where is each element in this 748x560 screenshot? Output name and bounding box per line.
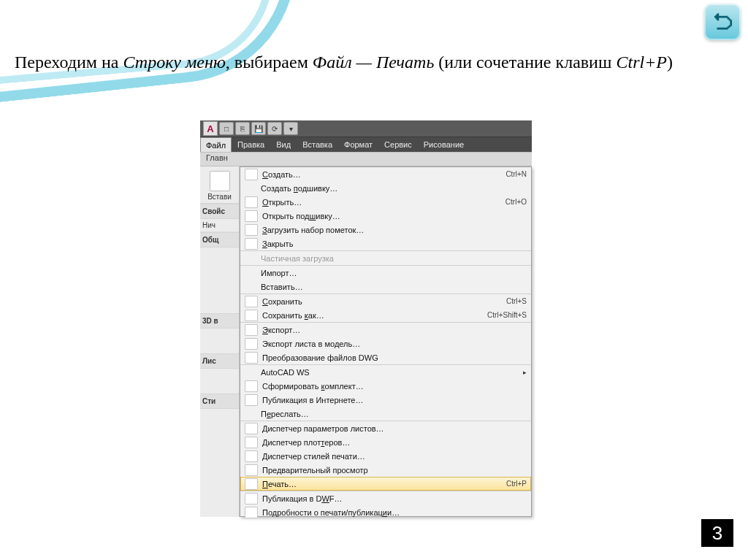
menu-item[interactable]: Экспорт… xyxy=(240,322,531,337)
menu-insert[interactable]: Вставка xyxy=(297,137,338,152)
menu-item-shortcut: Ctrl+N xyxy=(503,170,527,178)
menu-item-icon xyxy=(245,478,258,490)
qat-undo-icon[interactable]: ⟳ xyxy=(267,122,282,135)
menu-item: Частичная загрузка xyxy=(240,250,531,265)
menu-item[interactable]: СохранитьCtrl+S xyxy=(240,294,531,308)
menu-item[interactable]: Импорт… xyxy=(240,265,531,280)
left-group-3d: 3D в xyxy=(200,313,239,329)
menu-item-icon xyxy=(245,394,258,406)
app-logo[interactable]: A xyxy=(203,121,218,136)
menu-item-label: Печать… xyxy=(262,480,499,488)
menu-item-icon xyxy=(245,380,258,392)
menu-item-label: Публикация в DWF… xyxy=(262,494,527,503)
menu-item-label: Экспорт… xyxy=(262,326,527,334)
menu-item-icon xyxy=(245,409,256,419)
menu-bar: Файл Правка Вид Вставка Формат Сервис Ри… xyxy=(200,137,532,152)
menu-item[interactable]: Диспетчер плоттеров… xyxy=(240,435,531,449)
menu-item[interactable]: Сформировать комплект… xyxy=(240,379,531,393)
file-menu-dropdown: Создать…Ctrl+NСоздать подшивку…Открыть…C… xyxy=(240,166,532,517)
menu-item-icon xyxy=(245,493,258,505)
qat-open-icon[interactable]: ⎘ xyxy=(235,122,250,135)
menu-item[interactable]: Переслать… xyxy=(240,407,531,421)
back-icon: ⮌ xyxy=(712,10,733,34)
menu-item-icon xyxy=(245,268,256,278)
menu-item-icon xyxy=(245,238,258,250)
menu-draw[interactable]: Рисование xyxy=(418,137,470,152)
qat-save-icon[interactable]: 💾 xyxy=(251,122,266,135)
caption-text: ) xyxy=(667,53,673,72)
menu-item[interactable]: Печать…Ctrl+P xyxy=(240,477,531,491)
menu-item-icon xyxy=(245,282,256,292)
menu-item-label: Сохранить как… xyxy=(262,311,480,320)
menu-item[interactable]: Подробности о печати/публикации… xyxy=(240,505,531,519)
menu-item-label: Загрузить набор пометок… xyxy=(262,226,527,234)
menu-item-shortcut: Ctrl+O xyxy=(503,198,527,206)
menu-item-label: Сохранить xyxy=(262,297,499,306)
left-insert-block[interactable]: Встави xyxy=(200,168,239,204)
qat-dropdown-icon[interactable]: ▾ xyxy=(283,122,298,135)
menu-item-label: Подробности о печати/публикации… xyxy=(262,508,527,517)
menu-item-label: Диспетчер параметров листов… xyxy=(262,424,527,433)
menu-item-icon xyxy=(245,352,258,364)
menu-item[interactable]: Вставить… xyxy=(240,280,531,294)
menu-item-label: Импорт… xyxy=(261,269,527,277)
menu-item[interactable]: Диспетчер стилей печати… xyxy=(240,449,531,463)
menu-format[interactable]: Формат xyxy=(338,137,378,152)
menu-item[interactable]: Сохранить как…Ctrl+Shift+S xyxy=(240,308,531,322)
menu-item-icon xyxy=(245,183,256,193)
menu-item[interactable]: Создать…Ctrl+N xyxy=(240,167,531,181)
caption-emph: Файл — Печать xyxy=(313,53,434,72)
menu-item-label: Сформировать комплект… xyxy=(262,382,527,391)
menu-item[interactable]: Экспорт листа в модель… xyxy=(240,337,531,350)
menu-item-label: Экспорт листа в модель… xyxy=(262,340,527,348)
menu-file[interactable]: Файл xyxy=(200,137,232,152)
menu-item[interactable]: Открыть подшивку… xyxy=(240,209,531,223)
menu-item-icon xyxy=(245,196,258,208)
menu-item[interactable]: Открыть…Ctrl+O xyxy=(240,195,531,209)
menu-item-icon xyxy=(245,464,258,476)
menu-item[interactable]: Диспетчер параметров листов… xyxy=(240,421,531,435)
menu-item-shortcut: Ctrl+Shift+S xyxy=(484,311,527,319)
menu-item[interactable]: Предварительный просмотр xyxy=(240,463,531,477)
left-insert-label: Встави xyxy=(207,193,232,201)
menu-item[interactable]: AutoCAD WS▸ xyxy=(240,364,531,379)
menu-item[interactable]: Публикация в Интернете… xyxy=(240,393,531,407)
menu-item-label: Публикация в Интернете… xyxy=(262,396,527,404)
menu-item-label: Частичная загрузка xyxy=(261,254,527,263)
left-panel: Встави Свойс Нич Общ 3D в Лис Сти xyxy=(200,166,240,517)
menu-item[interactable]: Преобразование файлов DWG xyxy=(240,350,531,364)
quick-access-toolbar: A □ ⎘ 💾 ⟳ ▾ xyxy=(200,120,532,137)
menu-item[interactable]: Создать подшивку… xyxy=(240,181,531,195)
caption-emph: Строку меню xyxy=(123,53,225,72)
caption-text: Переходим на xyxy=(15,53,123,72)
menu-item-label: Диспетчер плоттеров… xyxy=(262,438,527,447)
caption-text: , выбираем xyxy=(226,53,313,72)
menu-item-label: Закрыть xyxy=(262,239,527,248)
menu-edit[interactable]: Правка xyxy=(232,137,270,152)
menu-item-icon xyxy=(245,338,258,350)
menu-item-label: Вставить… xyxy=(261,283,527,291)
menu-item-icon xyxy=(245,507,258,518)
ribbon-tab-home[interactable]: Главн xyxy=(200,153,234,163)
menu-item-icon xyxy=(245,423,258,434)
autocad-screenshot: A □ ⎘ 💾 ⟳ ▾ Файл Правка Вид Вставка Форм… xyxy=(200,120,532,515)
menu-item-icon xyxy=(245,296,258,307)
left-group-general: Общ xyxy=(200,232,239,248)
menu-item[interactable]: Закрыть xyxy=(240,237,531,250)
insert-icon xyxy=(210,171,230,191)
menu-item-icon xyxy=(245,367,256,377)
menu-item[interactable]: Публикация в DWF… xyxy=(240,491,531,505)
menu-item-shortcut: Ctrl+S xyxy=(503,297,527,305)
menu-item-label: Открыть… xyxy=(262,198,498,207)
menu-item-shortcut: Ctrl+P xyxy=(503,480,527,488)
left-panel-title: Свойс xyxy=(200,204,239,219)
back-button[interactable]: ⮌ xyxy=(704,4,741,40)
left-group-sheet: Лис xyxy=(200,353,239,369)
menu-item[interactable]: Загрузить набор пометок… xyxy=(240,223,531,237)
menu-item-icon xyxy=(245,324,258,336)
menu-tools[interactable]: Сервис xyxy=(378,137,418,152)
qat-new-icon[interactable]: □ xyxy=(219,122,234,135)
menu-item-icon xyxy=(245,224,258,236)
menu-view[interactable]: Вид xyxy=(270,137,297,152)
ribbon-tabs: Главн xyxy=(200,152,532,166)
